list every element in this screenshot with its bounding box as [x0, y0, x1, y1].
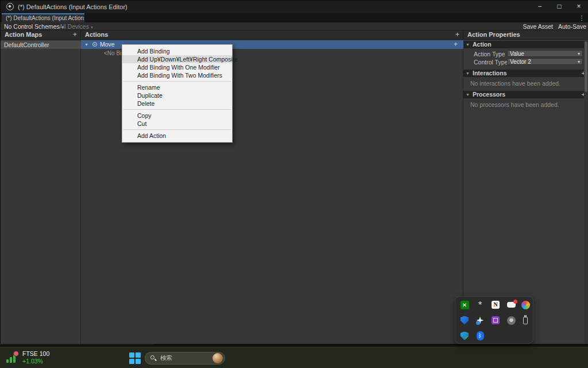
usb-device-tray-icon[interactable]	[520, 315, 531, 325]
tab-strip: (*) DefaultActions (Input Actions. ⋮	[1, 13, 588, 22]
foldout-arrow-icon: ▼	[466, 41, 470, 48]
widget-stock-name: FTSE 100	[22, 350, 49, 358]
action-maps-header: Action Maps +	[1, 30, 81, 40]
interactions-section-header[interactable]: ▼ Interactions +	[463, 70, 588, 77]
chevron-down-icon: ▾	[578, 59, 580, 65]
action-maps-panel: DefaultController	[1, 40, 81, 344]
foldout-arrow-icon: ▼	[466, 91, 470, 98]
maximize-button[interactable]: □	[550, 1, 569, 13]
desktop-screen: (*) DefaultActions (Input Actions Editor…	[0, 0, 588, 368]
tab-input-actions[interactable]: (*) DefaultActions (Input Actions.	[2, 13, 84, 22]
interactions-empty-message: No interactions have been added.	[470, 80, 560, 87]
input-actions-editor-window: (*) DefaultActions (Input Actions Editor…	[0, 0, 588, 343]
devices-dropdown[interactable]: All Devices▾	[59, 23, 93, 30]
color-wheel-tray-icon[interactable]	[520, 300, 531, 310]
menu-separator	[123, 81, 231, 82]
processors-empty-message: No processors have been added.	[470, 101, 559, 108]
notification-badge	[13, 351, 19, 356]
chevron-down-icon: ▾	[578, 51, 580, 57]
menu-item-add-binding-one-modifier[interactable]: Add Binding With One Modifier	[122, 63, 232, 71]
panel-headers: Action Maps + Actions + Action Propertie…	[1, 30, 588, 40]
chatgpt-tray-icon[interactable]: *	[475, 300, 485, 310]
chevron-down-icon: ▾	[91, 25, 93, 30]
control-schemes-dropdown[interactable]: No Control Schemes▾	[4, 23, 64, 30]
menu-item-add-action[interactable]: Add Action	[122, 132, 232, 140]
inspector-scrollbar[interactable]	[584, 40, 588, 344]
tray-overflow-popup: ✕ * N ✓ ᛒ	[455, 296, 533, 344]
processors-section-header[interactable]: ▼ Processors +	[463, 91, 588, 98]
notion-tray-icon[interactable]: N	[490, 300, 501, 310]
start-button[interactable]	[129, 352, 141, 364]
editor-toolbar: No Control Schemes▾ All Devices▾ Save As…	[1, 22, 588, 30]
window-title: (*) DefaultActions (Input Actions Editor…	[18, 3, 127, 10]
menu-item-copy[interactable]: Copy	[122, 112, 232, 120]
action-type-icon	[92, 42, 97, 47]
scrollbar-thumb[interactable]	[585, 41, 587, 92]
defender-shield-tray-icon[interactable]	[459, 315, 470, 325]
steam-tray-icon[interactable]	[506, 315, 516, 325]
search-avatar	[212, 353, 223, 363]
widget-stock-change: +1.03%	[22, 358, 49, 365]
add-action-button[interactable]: +	[455, 30, 459, 39]
control-type-dropdown[interactable]: Vector 2▾	[507, 58, 583, 65]
foldout-arrow-icon[interactable]: ▼	[84, 40, 88, 49]
actions-header: Actions +	[81, 30, 463, 40]
bluetooth-tray-icon[interactable]: ᛒ	[475, 331, 485, 341]
action-type-dropdown[interactable]: Value▾	[507, 50, 583, 57]
security-shield-check-tray-icon[interactable]: ✓	[459, 331, 470, 341]
xbox-tray-icon[interactable]: ✕	[459, 300, 470, 310]
widgets-button[interactable]: FTSE 100 +1.03%	[6, 350, 49, 365]
unity-logo-icon	[6, 3, 14, 10]
action-row-label: Move	[100, 40, 115, 49]
taskbar: FTSE 100 +1.03% 検索 ✕ * ∨ A	[0, 347, 588, 368]
menu-separator	[123, 109, 231, 110]
search-icon	[150, 355, 156, 361]
action-map-item-defaultcontroller[interactable]: DefaultController	[1, 41, 81, 49]
menu-item-delete[interactable]: Delete	[122, 99, 232, 108]
auto-save-button[interactable]: Auto-Save	[558, 23, 586, 30]
stock-chart-icon	[6, 351, 18, 364]
foldout-arrow-icon: ▼	[466, 70, 470, 77]
menu-item-cut[interactable]: Cut	[122, 120, 232, 128]
spark-tray-icon[interactable]	[475, 315, 485, 325]
action-properties-header: Action Properties	[463, 30, 588, 40]
menu-item-rename[interactable]: Rename	[122, 83, 232, 91]
window-titlebar[interactable]: (*) DefaultActions (Input Actions Editor…	[1, 1, 588, 13]
action-section-header[interactable]: ▼ Action	[463, 41, 588, 48]
discord-notification-tray-icon[interactable]	[506, 300, 516, 310]
minimize-button[interactable]: −	[530, 1, 550, 13]
search-placeholder: 検索	[160, 354, 208, 362]
menu-item-add-binding[interactable]: Add Binding	[122, 47, 232, 55]
add-action-map-button[interactable]: +	[73, 30, 77, 39]
context-menu: Add Binding Add Up¥Down¥Left¥Right Compo…	[122, 44, 233, 143]
save-asset-button[interactable]: Save Asset	[523, 23, 553, 30]
purple-app-tray-icon[interactable]	[490, 315, 501, 325]
menu-item-duplicate[interactable]: Duplicate	[122, 91, 232, 99]
menu-item-add-binding-two-modifiers[interactable]: Add Binding With Two Modifiers	[122, 71, 232, 79]
close-button[interactable]: ×	[569, 1, 588, 13]
menu-separator	[123, 129, 231, 130]
menu-item-add-updownleftright-composite[interactable]: Add Up¥Down¥Left¥Right Composite	[122, 55, 232, 63]
kebab-menu-icon[interactable]: ⋮	[577, 13, 586, 22]
add-binding-button[interactable]: +	[454, 40, 458, 49]
search-box[interactable]: 検索	[145, 352, 225, 365]
